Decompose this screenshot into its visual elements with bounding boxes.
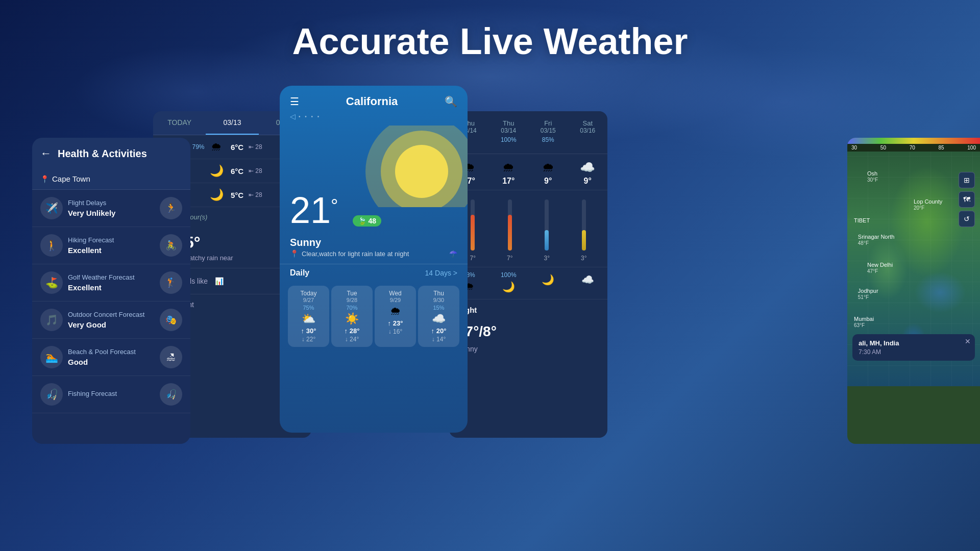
day-date: 9/30 — [420, 297, 457, 303]
low-temp: ↓ 14° — [420, 336, 457, 343]
hourly-temp: 6°C — [226, 167, 249, 176]
day-item-wed[interactable]: Wed 9/29 🌧 ↑ 23° ↓ 16° — [375, 286, 416, 347]
search-location-icon[interactable]: 🔍 — [445, 95, 457, 108]
day-name: Tue — [333, 290, 371, 297]
high-temp: ↑ 23° — [377, 319, 414, 327]
temperature-display: 21° — [290, 190, 349, 231]
low-temp: ↓ 24° — [333, 336, 371, 343]
precip-pct: 75% — [290, 305, 327, 311]
day-date: 03/16 — [570, 127, 606, 134]
rain-icon: 🌧 — [489, 160, 529, 174]
beach-value: Good — [68, 358, 155, 366]
fishing-label: Fishing Forecast — [68, 390, 155, 398]
day-item-today[interactable]: Today 9/27 75% ⛅ ↑ 30° ↓ 22° — [288, 286, 329, 347]
cloudy-icon: ☁️ — [420, 312, 457, 325]
precip-pct: 100% — [489, 271, 529, 279]
gradient-label: 85 — [938, 145, 944, 151]
high-temp: 9° — [568, 177, 608, 186]
weekly-forecast-panel: Thu 03/14 Thu 03/14 100% Fri 03/15 85% S… — [449, 111, 607, 438]
flight-delay-value: Very Unlikely — [68, 209, 155, 217]
tab-0313[interactable]: 03/13 — [206, 111, 258, 135]
high-temp: ↑ 28° — [333, 327, 371, 335]
map-tooltip-city: ali, MH, India — [859, 339, 969, 347]
hiking-right-icon: 🚴 — [160, 234, 182, 257]
sunny-icon: ☀️ — [333, 312, 371, 325]
concert-right-icon: 🎭 — [160, 309, 182, 331]
map-city-label: New Delhi47°F — [867, 262, 893, 274]
hourly-wind: ⇤ 28 — [249, 143, 262, 151]
fishing-icon: 🎣 — [40, 383, 63, 406]
moon-icon: 🌙 — [489, 281, 529, 293]
high-temp: 17° — [489, 177, 529, 186]
more-days-link[interactable]: 14 Days > — [425, 269, 457, 277]
location-pin-icon: 📍 — [290, 249, 299, 258]
map-tooltip-close-icon[interactable]: ✕ — [965, 337, 971, 345]
list-item[interactable]: 🏊 Beach & Pool Forecast Good 🏖 — [32, 339, 190, 376]
list-item[interactable]: ✈️ Flight Delays Very Unlikely 🏃 — [32, 190, 190, 227]
hiking-label: Hiking Forecast — [68, 236, 155, 245]
beach-icon: 🏊 — [40, 346, 63, 368]
health-activities-panel: ← Health & Activities 📍 Cape Town ✈️ Fli… — [32, 138, 190, 444]
back-arrow-icon[interactable]: ← — [40, 147, 52, 160]
day-item-thu[interactable]: Thu 9/30 15% ☁️ ↑ 20° ↓ 14° — [418, 286, 459, 347]
rain-icon: 🌧 — [207, 140, 226, 154]
high-temp: 9° — [528, 177, 568, 186]
moon-icon: 🌙 — [528, 273, 568, 286]
partly-cloudy-icon: ⛅ — [290, 312, 327, 325]
map-area[interactable]: Osh30°F Lop County20°F Srinagar North48°… — [847, 152, 980, 386]
day-name: Wed — [377, 290, 414, 297]
hourly-wind: ⇤ 28 — [249, 167, 262, 174]
day-date: 03/15 — [530, 127, 566, 134]
map-tooltip-time: 7:30 AM — [859, 348, 969, 356]
map-city-label: TIBET — [854, 217, 870, 223]
flight-delay-right-icon: 🏃 — [160, 197, 182, 219]
day-item-tue[interactable]: Tue 9/28 70% ☀️ ↑ 28° ↓ 24° — [331, 286, 373, 347]
hourly-temp: 5°C — [226, 191, 249, 199]
map-grid-button[interactable]: ⊞ — [959, 172, 975, 188]
weekly-day-col: Fri 03/15 85% — [528, 116, 568, 148]
cloudy-icon: ☁️ — [568, 160, 608, 174]
health-location: Cape Town — [52, 174, 90, 183]
precip-pct: 100% — [491, 136, 527, 143]
day-date: 9/29 — [377, 297, 414, 303]
day-name: Fri — [530, 119, 566, 127]
map-layer-button[interactable]: 🗺 — [959, 191, 975, 208]
list-item[interactable]: 🚶 Hiking Forecast Excellent 🚴 — [32, 227, 190, 264]
moon-icon: 🌙 — [207, 188, 226, 202]
concert-value: Very Good — [68, 320, 155, 329]
low-temp: 3° — [544, 255, 550, 262]
weather-description: Clear,watch for light rain late at night — [302, 250, 409, 258]
menu-icon[interactable]: ☰ — [290, 95, 299, 108]
night-condition: Sunny — [457, 345, 599, 353]
map-refresh-button[interactable]: ↺ — [959, 211, 975, 227]
navigation-icon: ◁ — [290, 112, 296, 120]
weather-map-panel: 30 50 70 85 100 Osh30°F Lop County20°F S… — [847, 138, 980, 444]
golf-value: Excellent — [68, 283, 155, 292]
page-title: Accurate Live Weather — [292, 20, 688, 62]
gradient-label: 70 — [910, 145, 915, 151]
carousel-dots: • • • • — [299, 114, 321, 119]
beach-label: Beach & Pool Forecast — [68, 348, 155, 357]
map-city-label: Osh30°F — [867, 170, 878, 183]
list-item[interactable]: 🎣 Fishing Forecast 🎣 — [32, 376, 190, 413]
tab-today[interactable]: TODAY — [153, 111, 206, 135]
aqi-badge: 🍃 48 — [353, 215, 381, 227]
map-city-label: Srinagar North48°F — [858, 234, 895, 246]
map-city-label: Jodhpur51°F — [858, 288, 878, 300]
list-item[interactable]: 🎵 Outdoor Concert Forecast Very Good 🎭 — [32, 302, 190, 339]
day-date: 9/28 — [333, 297, 371, 303]
hiking-icon: 🚶 — [40, 234, 63, 257]
low-temp: 7° — [470, 255, 476, 262]
golf-label: Golf Weather Forecast — [68, 273, 155, 282]
degree-symbol: ° — [331, 197, 338, 215]
precip-pct: 15% — [420, 305, 457, 311]
day-date: 03/14 — [491, 127, 527, 134]
low-temp: 3° — [581, 255, 586, 262]
low-temp: ↓ 16° — [377, 328, 414, 335]
gradient-label: 100 — [967, 145, 976, 151]
low-temp: 7° — [507, 255, 512, 262]
chart-icon: 📊 — [215, 277, 224, 285]
list-item[interactable]: ⛳ Golf Weather Forecast Excellent 🏌 — [32, 264, 190, 302]
weekly-day-col: Thu 03/14 100% — [489, 116, 529, 148]
concert-icon: 🎵 — [40, 309, 63, 331]
